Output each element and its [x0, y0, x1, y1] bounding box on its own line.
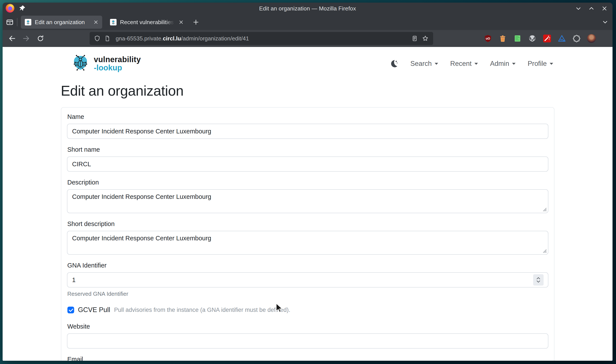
- page-info-icon[interactable]: [104, 35, 110, 41]
- organization-form-card: Name Short name Description Computer Inc…: [61, 107, 554, 361]
- nav-recent[interactable]: Recent: [450, 60, 478, 68]
- nav-profile[interactable]: Profile: [528, 60, 553, 68]
- gna-identifier-label: GNA Identifier: [67, 262, 548, 269]
- titlebar: Edit an organization — Mozilla Firefox: [3, 3, 613, 14]
- firefox-view-icon[interactable]: [6, 18, 14, 26]
- gcve-pull-label: GCVE Pull: [78, 306, 110, 314]
- gcve-pull-checkbox[interactable]: [67, 307, 74, 313]
- brand-bug-icon: [69, 53, 92, 74]
- page-title: Edit an organization: [61, 83, 554, 99]
- short-description-textarea[interactable]: Computer Incident Response Center Luxemb…: [67, 231, 548, 255]
- ublock-origin-icon[interactable]: uO: [483, 34, 493, 43]
- firefox-window: Edit an organization — Mozilla Firefox E…: [3, 3, 613, 361]
- gna-helper-text: Reserved GNA Identifier: [67, 291, 548, 297]
- tabstrip-separator: [17, 18, 17, 26]
- new-tab-button[interactable]: [192, 18, 200, 26]
- pin-icon: [19, 5, 26, 12]
- caret-down-icon: [512, 63, 516, 65]
- svg-text:ax: ax: [560, 38, 563, 41]
- nav-admin[interactable]: Admin: [490, 60, 516, 68]
- caret-down-icon: [550, 63, 553, 65]
- page-content: vulnerability -lookup Search Recent Admi…: [3, 47, 613, 361]
- puzzle-icon[interactable]: [572, 34, 581, 43]
- trash-icon[interactable]: [498, 34, 507, 43]
- window-title: Edit an organization — Mozilla Firefox: [259, 5, 356, 12]
- green-notes-icon[interactable]: [513, 34, 522, 43]
- vulnerability-lookup-favicon: [110, 19, 117, 26]
- firefox-logo-icon: [6, 4, 14, 13]
- brand-logo[interactable]: vulnerability -lookup: [69, 53, 141, 74]
- email-label: Email: [67, 356, 548, 361]
- name-input[interactable]: [67, 124, 548, 139]
- description-textarea[interactable]: Computer Incident Response Center Luxemb…: [67, 189, 548, 213]
- nav-search[interactable]: Search: [410, 60, 438, 68]
- website-label: Website: [67, 323, 548, 330]
- magic-wand-icon[interactable]: [543, 34, 552, 43]
- bookmark-star-icon[interactable]: [422, 35, 429, 42]
- short-name-input[interactable]: [67, 156, 548, 172]
- close-button[interactable]: [601, 5, 608, 12]
- maximize-button[interactable]: [588, 5, 595, 12]
- list-all-tabs-button[interactable]: [602, 19, 609, 26]
- vulnerability-lookup-favicon: [25, 19, 31, 26]
- short-name-label: Short name: [67, 146, 548, 153]
- description-label: Description: [67, 179, 548, 186]
- site-nav: Search Recent Admin Profile: [389, 59, 553, 68]
- brand-word-1: vulnerability: [94, 56, 141, 64]
- number-spinner[interactable]: [533, 274, 544, 286]
- navigation-toolbar: gna-65535.private.circl.lu/admin/organiz…: [3, 30, 613, 47]
- dark-mode-moon-icon[interactable]: [389, 59, 398, 68]
- menu-icon[interactable]: [602, 34, 609, 43]
- brand-word-2: -lookup: [94, 64, 141, 72]
- forward-button[interactable]: [20, 33, 32, 44]
- reload-button[interactable]: [35, 33, 46, 44]
- privacy-badger-icon[interactable]: [528, 34, 537, 43]
- tab-edit-organization[interactable]: Edit an organization: [21, 16, 102, 29]
- minimize-button[interactable]: [575, 5, 582, 12]
- website-input[interactable]: [67, 333, 548, 349]
- reader-mode-icon[interactable]: [411, 35, 418, 42]
- short-description-label: Short description: [67, 220, 548, 228]
- tab-title: Edit an organization: [35, 19, 90, 26]
- site-header: vulnerability -lookup Search Recent Admi…: [61, 47, 554, 75]
- tracking-protection-shield-icon[interactable]: [94, 35, 100, 42]
- tab-close-icon[interactable]: [94, 20, 98, 25]
- gna-identifier-input[interactable]: [67, 272, 548, 287]
- axe-icon[interactable]: ax: [557, 34, 566, 43]
- tab-title: Recent vulnerabilities - Vuln: [120, 19, 175, 26]
- caret-down-icon: [474, 63, 478, 65]
- url-bar[interactable]: gna-65535.private.circl.lu/admin/organiz…: [90, 32, 433, 45]
- url-text: gna-65535.private.circl.lu/admin/organiz…: [116, 35, 407, 42]
- extensions-row: uO ax: [483, 30, 609, 47]
- tab-recent-vulnerabilities[interactable]: Recent vulnerabilities - Vuln: [106, 16, 187, 29]
- profile-avatar[interactable]: [587, 34, 596, 43]
- tab-close-icon[interactable]: [179, 20, 184, 25]
- tab-strip: Edit an organization Recent vulnerabilit…: [3, 14, 613, 30]
- back-button[interactable]: [7, 33, 18, 44]
- mouse-cursor: [275, 303, 284, 314]
- name-label: Name: [67, 113, 548, 120]
- caret-down-icon: [435, 63, 438, 65]
- gcve-pull-note: Pull advisories from the instance (a GNA…: [114, 307, 290, 313]
- svg-text:uO: uO: [486, 37, 490, 40]
